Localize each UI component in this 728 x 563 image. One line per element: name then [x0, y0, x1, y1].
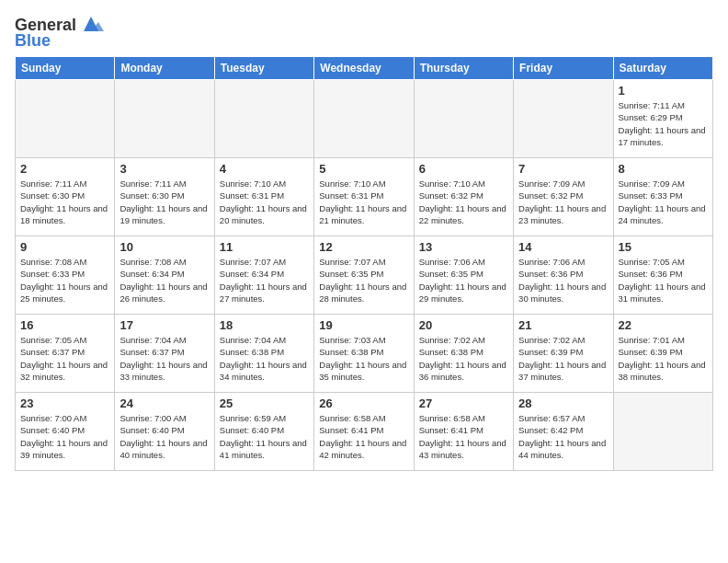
calendar-cell: [514, 80, 613, 158]
day-number: 5: [319, 162, 408, 176]
day-number: 22: [619, 318, 708, 332]
calendar-cell: 2Sunrise: 7:11 AM Sunset: 6:30 PM Daylig…: [16, 158, 115, 236]
day-number: 18: [220, 318, 309, 332]
calendar-cell: [414, 80, 513, 158]
calendar-cell: 28Sunrise: 6:57 AM Sunset: 6:42 PM Dayli…: [514, 393, 613, 471]
day-number: 27: [419, 396, 508, 410]
weekday-header: Thursday: [414, 57, 513, 80]
calendar-cell: 24Sunrise: 7:00 AM Sunset: 6:40 PM Dayli…: [115, 393, 214, 471]
calendar-cell: 5Sunrise: 7:10 AM Sunset: 6:31 PM Daylig…: [314, 158, 414, 236]
day-info: Sunrise: 7:11 AM Sunset: 6:29 PM Dayligh…: [619, 99, 708, 148]
day-info: Sunrise: 7:01 AM Sunset: 6:39 PM Dayligh…: [619, 334, 708, 383]
logo: General Blue: [15, 15, 104, 51]
calendar-cell: 17Sunrise: 7:04 AM Sunset: 6:37 PM Dayli…: [115, 315, 214, 393]
calendar-week-row: 23Sunrise: 7:00 AM Sunset: 6:40 PM Dayli…: [16, 393, 713, 471]
day-info: Sunrise: 7:00 AM Sunset: 6:40 PM Dayligh…: [119, 412, 209, 461]
weekday-header-row: SundayMondayTuesdayWednesdayThursdayFrid…: [16, 57, 713, 80]
calendar-cell: [115, 80, 214, 158]
calendar-cell: 23Sunrise: 7:00 AM Sunset: 6:40 PM Dayli…: [16, 393, 115, 471]
day-number: 19: [319, 318, 408, 332]
calendar-cell: 27Sunrise: 6:58 AM Sunset: 6:41 PM Dayli…: [414, 393, 513, 471]
calendar-cell: 12Sunrise: 7:07 AM Sunset: 6:35 PM Dayli…: [314, 236, 414, 315]
page-header: General Blue: [15, 15, 713, 51]
day-number: 4: [220, 162, 309, 176]
calendar-cell: 7Sunrise: 7:09 AM Sunset: 6:32 PM Daylig…: [514, 158, 613, 236]
day-number: 16: [20, 318, 109, 332]
day-info: Sunrise: 7:05 AM Sunset: 6:37 PM Dayligh…: [20, 334, 109, 383]
calendar-cell: [16, 80, 115, 158]
day-number: 24: [119, 396, 209, 410]
day-number: 7: [518, 162, 608, 176]
calendar-cell: 4Sunrise: 7:10 AM Sunset: 6:31 PM Daylig…: [214, 158, 313, 236]
calendar-cell: 26Sunrise: 6:58 AM Sunset: 6:41 PM Dayli…: [314, 393, 414, 471]
calendar-cell: 25Sunrise: 6:59 AM Sunset: 6:40 PM Dayli…: [214, 393, 313, 471]
day-number: 11: [220, 240, 309, 254]
day-number: 15: [619, 240, 708, 254]
calendar-table: SundayMondayTuesdayWednesdayThursdayFrid…: [15, 56, 713, 471]
day-number: 10: [119, 240, 209, 254]
day-number: 20: [419, 318, 508, 332]
day-info: Sunrise: 7:09 AM Sunset: 6:32 PM Dayligh…: [518, 178, 608, 226]
day-number: 3: [119, 162, 209, 176]
weekday-header: Monday: [115, 57, 214, 80]
day-number: 13: [419, 240, 508, 254]
day-info: Sunrise: 6:58 AM Sunset: 6:41 PM Dayligh…: [419, 412, 508, 461]
calendar-cell: 9Sunrise: 7:08 AM Sunset: 6:33 PM Daylig…: [16, 236, 115, 315]
day-info: Sunrise: 7:10 AM Sunset: 6:31 PM Dayligh…: [220, 178, 309, 226]
day-info: Sunrise: 7:04 AM Sunset: 6:37 PM Dayligh…: [119, 334, 209, 383]
day-info: Sunrise: 7:02 AM Sunset: 6:38 PM Dayligh…: [419, 334, 508, 383]
calendar-cell: 16Sunrise: 7:05 AM Sunset: 6:37 PM Dayli…: [16, 315, 115, 393]
day-info: Sunrise: 6:58 AM Sunset: 6:41 PM Dayligh…: [319, 412, 408, 461]
day-info: Sunrise: 7:10 AM Sunset: 6:31 PM Dayligh…: [319, 178, 408, 226]
calendar-cell: [214, 80, 313, 158]
calendar-week-row: 2Sunrise: 7:11 AM Sunset: 6:30 PM Daylig…: [16, 158, 713, 236]
calendar-cell: [613, 393, 712, 471]
day-info: Sunrise: 6:57 AM Sunset: 6:42 PM Dayligh…: [518, 412, 608, 461]
day-info: Sunrise: 7:11 AM Sunset: 6:30 PM Dayligh…: [119, 178, 209, 226]
calendar-cell: 3Sunrise: 7:11 AM Sunset: 6:30 PM Daylig…: [115, 158, 214, 236]
calendar-cell: 8Sunrise: 7:09 AM Sunset: 6:33 PM Daylig…: [613, 158, 712, 236]
day-info: Sunrise: 7:08 AM Sunset: 6:33 PM Dayligh…: [20, 256, 109, 304]
calendar-week-row: 16Sunrise: 7:05 AM Sunset: 6:37 PM Dayli…: [16, 315, 713, 393]
day-info: Sunrise: 7:09 AM Sunset: 6:33 PM Dayligh…: [619, 178, 708, 226]
calendar-cell: 6Sunrise: 7:10 AM Sunset: 6:32 PM Daylig…: [414, 158, 513, 236]
day-number: 1: [619, 84, 708, 98]
day-number: 28: [518, 396, 608, 410]
weekday-header: Wednesday: [314, 57, 414, 80]
day-number: 8: [619, 162, 708, 176]
calendar-cell: 19Sunrise: 7:03 AM Sunset: 6:38 PM Dayli…: [314, 315, 414, 393]
calendar-cell: 22Sunrise: 7:01 AM Sunset: 6:39 PM Dayli…: [613, 315, 712, 393]
weekday-header: Friday: [514, 57, 613, 80]
day-info: Sunrise: 7:11 AM Sunset: 6:30 PM Dayligh…: [20, 178, 109, 226]
day-info: Sunrise: 7:07 AM Sunset: 6:34 PM Dayligh…: [220, 256, 309, 304]
day-number: 14: [518, 240, 608, 254]
calendar-week-row: 1Sunrise: 7:11 AM Sunset: 6:29 PM Daylig…: [16, 80, 713, 158]
day-number: 12: [319, 240, 408, 254]
day-info: Sunrise: 6:59 AM Sunset: 6:40 PM Dayligh…: [220, 412, 309, 461]
calendar-cell: 14Sunrise: 7:06 AM Sunset: 6:36 PM Dayli…: [514, 236, 613, 315]
day-number: 25: [220, 396, 309, 410]
weekday-header: Tuesday: [214, 57, 313, 80]
day-number: 17: [119, 318, 209, 332]
calendar-cell: 20Sunrise: 7:02 AM Sunset: 6:38 PM Dayli…: [414, 315, 513, 393]
day-number: 26: [319, 396, 408, 410]
day-info: Sunrise: 7:04 AM Sunset: 6:38 PM Dayligh…: [220, 334, 309, 383]
day-number: 21: [518, 318, 608, 332]
day-info: Sunrise: 7:05 AM Sunset: 6:36 PM Dayligh…: [619, 256, 708, 304]
weekday-header: Saturday: [613, 57, 712, 80]
calendar-cell: 18Sunrise: 7:04 AM Sunset: 6:38 PM Dayli…: [214, 315, 313, 393]
calendar-cell: 21Sunrise: 7:02 AM Sunset: 6:39 PM Dayli…: [514, 315, 613, 393]
logo-blue-text: Blue: [15, 31, 51, 51]
day-number: 23: [20, 396, 109, 410]
calendar-cell: 11Sunrise: 7:07 AM Sunset: 6:34 PM Dayli…: [214, 236, 313, 315]
day-number: 2: [20, 162, 109, 176]
calendar-cell: 1Sunrise: 7:11 AM Sunset: 6:29 PM Daylig…: [613, 80, 712, 158]
logo-icon: [78, 15, 104, 35]
day-info: Sunrise: 7:02 AM Sunset: 6:39 PM Dayligh…: [518, 334, 608, 383]
day-info: Sunrise: 7:06 AM Sunset: 6:35 PM Dayligh…: [419, 256, 508, 304]
day-info: Sunrise: 7:00 AM Sunset: 6:40 PM Dayligh…: [20, 412, 109, 461]
day-number: 9: [20, 240, 109, 254]
calendar-week-row: 9Sunrise: 7:08 AM Sunset: 6:33 PM Daylig…: [16, 236, 713, 315]
calendar-cell: 10Sunrise: 7:08 AM Sunset: 6:34 PM Dayli…: [115, 236, 214, 315]
calendar-cell: 15Sunrise: 7:05 AM Sunset: 6:36 PM Dayli…: [613, 236, 712, 315]
